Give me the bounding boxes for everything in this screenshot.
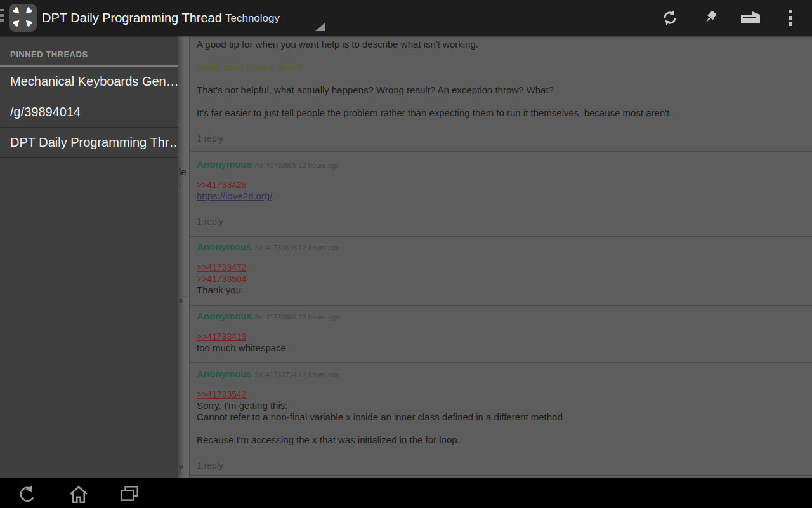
action-bar-shadow	[0, 36, 812, 38]
post-header: AnonymousNo.41733666 12 hours ago	[197, 311, 803, 322]
post-line: >>41733504	[197, 273, 803, 284]
underlay-pane-sliver: le'oo	[178, 36, 190, 478]
home-icon	[69, 484, 89, 504]
clover-leaf-icon: ♥	[20, 14, 37, 32]
overflow-icon	[788, 9, 793, 27]
post-text: >Why can't I use x here?	[197, 62, 301, 72]
underlay-text-fragment: le	[179, 166, 187, 177]
post-line: Because I'm accessing the x that was ini…	[197, 434, 803, 446]
pin-button[interactable]	[693, 0, 726, 36]
divider	[178, 296, 190, 297]
system-navigation-bar: 16:43	[0, 478, 812, 508]
post-line: https://love2d.org/	[197, 190, 803, 202]
app-screen: ♥ ♥ ♥ ♥ DPT Daily Programming Thread Tec…	[0, 0, 812, 508]
replies-count[interactable]: 1 reply	[197, 460, 803, 471]
pinned-thread-item[interactable]: /g/39894014	[0, 97, 178, 128]
post-text: too much whitespace	[197, 342, 286, 353]
post[interactable]: AnonymousNo.41733609 12 hours ago>>41733…	[190, 151, 812, 236]
post-number-and-time: No.41733616 12 hours ago	[255, 244, 339, 251]
post-line: It's far easier to just tell people the …	[197, 107, 803, 119]
post-number-and-time: No.41733666 12 hours ago	[255, 313, 339, 321]
post-text: Thank you.	[197, 284, 244, 295]
external-link[interactable]: https://love2d.org/	[197, 190, 272, 201]
hamburger-icon[interactable]	[0, 9, 4, 27]
post-line: Cannot refer to a non-final variable x i…	[197, 411, 803, 423]
pinned-threads-header: PINNED THREADS	[0, 36, 178, 65]
post[interactable]: AnonymousNo.41733616 12 hours ago>>41733…	[190, 236, 812, 305]
divider	[178, 375, 190, 375]
post-number-and-time: No.41733714 12 hours ago	[255, 371, 339, 378]
back-button[interactable]	[6, 483, 47, 505]
post-line: >>41733428	[197, 179, 803, 190]
post-text: Sorry. I'm getting this:	[197, 400, 287, 411]
pinned-thread-item[interactable]: Mechanical Keyboards Gen…	[0, 67, 178, 97]
post-line: too much whitespace	[197, 342, 803, 354]
poster-name: Anonymous	[197, 241, 252, 252]
post-text: Cannot refer to a non-final variable x i…	[197, 411, 563, 422]
post-text: Because I'm accessing the x that was ini…	[197, 434, 460, 445]
post-line: >>41733542	[197, 389, 803, 400]
underlay-text-fragment: o	[179, 297, 183, 304]
quote-link[interactable]: >>41733504	[197, 274, 247, 284]
post-header: AnonymousNo.41733714 12 hours ago	[197, 369, 803, 380]
post-line: Sorry. I'm getting this:	[197, 400, 803, 411]
post-line: That's not helpful, what actually happen…	[197, 84, 803, 96]
action-bar: ♥ ♥ ♥ ♥ DPT Daily Programming Thread Tec…	[0, 0, 812, 36]
quote-link[interactable]: >>41733472	[197, 262, 247, 272]
underlay-text-fragment: o	[179, 462, 183, 470]
underlay-text-fragment: '	[179, 182, 181, 192]
post-text: That's not helpful, what actually happen…	[197, 84, 554, 95]
spinner-dropdown-arrow-icon	[315, 23, 325, 31]
post-header: AnonymousNo.41733609 12 hours ago	[197, 159, 803, 170]
post-line: >Why can't I use x here?	[197, 62, 803, 73]
home-button[interactable]	[58, 483, 99, 505]
reply-button[interactable]	[734, 0, 767, 36]
pin-icon	[701, 9, 719, 27]
post-line: Thank you.	[197, 284, 803, 296]
post-line: >>41733419	[197, 331, 803, 342]
refresh-icon	[662, 10, 678, 26]
post-line	[197, 423, 803, 434]
quote-link[interactable]: >>41733428	[197, 180, 247, 190]
clover-app-icon[interactable]: ♥ ♥ ♥ ♥	[9, 4, 37, 32]
refresh-button[interactable]	[653, 0, 686, 36]
replies-count[interactable]: 1 reply	[197, 133, 803, 144]
poster-name: Anonymous	[197, 159, 252, 170]
poster-name: Anonymous	[197, 368, 252, 379]
post-text: It's far easier to just tell people the …	[197, 107, 672, 118]
quote-link[interactable]: >>41733419	[197, 331, 247, 342]
post-text: A good tip for when you want help is to …	[197, 39, 478, 50]
pinned-thread-item[interactable]: DPT Daily Programming Thr…	[0, 128, 178, 158]
overflow-menu-button[interactable]	[774, 0, 807, 36]
post[interactable]: A good tip for when you want help is to …	[190, 36, 812, 151]
back-icon	[16, 484, 37, 504]
post-list[interactable]: A good tip for when you want help is to …	[190, 36, 812, 478]
poster-name: Anonymous	[197, 311, 252, 321]
recents-icon	[119, 485, 140, 503]
thread-title: DPT Daily Programming Thread	[42, 11, 222, 25]
board-spinner-label: Technology	[225, 12, 280, 25]
quote-link[interactable]: >>41733542	[197, 389, 247, 399]
replies-count[interactable]: 1 reply	[197, 217, 803, 227]
post-header: AnonymousNo.41733616 12 hours ago	[197, 242, 803, 253]
post[interactable]: AnonymousNo.41733714 12 hours ago>>41733…	[190, 362, 812, 476]
post-line: A good tip for when you want help is to …	[197, 39, 803, 50]
post-line: >>41733472	[197, 262, 803, 273]
post[interactable]: AnonymousNo.41733666 12 hours ago>>41733…	[190, 305, 812, 362]
reply-icon	[740, 10, 761, 25]
recents-button[interactable]	[109, 483, 150, 505]
post-number-and-time: No.41733609 12 hours ago	[255, 161, 339, 169]
navigation-drawer: PINNED THREADS Mechanical Keyboards Gen……	[0, 36, 178, 478]
board-spinner[interactable]: Technology	[223, 0, 326, 36]
